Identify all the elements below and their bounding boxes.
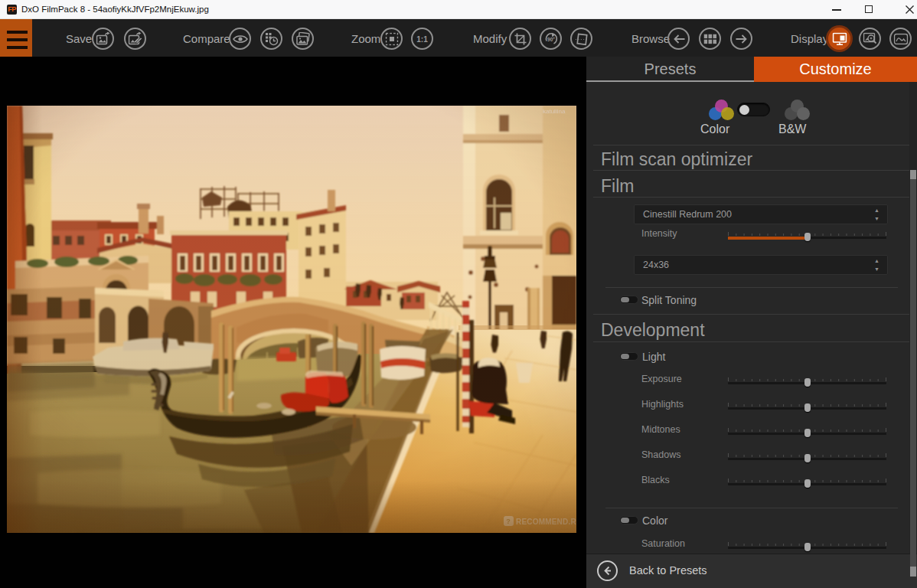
svg-text:90°: 90° (547, 37, 555, 42)
